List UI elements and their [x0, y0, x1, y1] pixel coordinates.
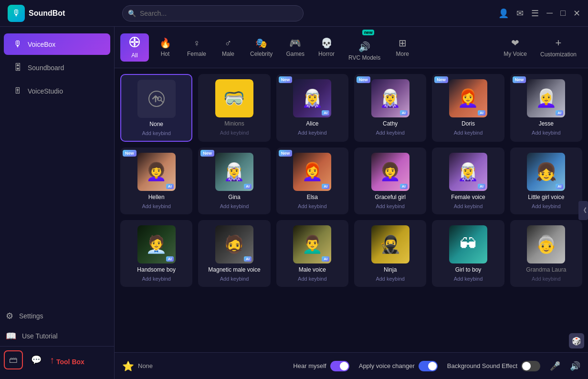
voice-keybind-littlegirl: Add keybind	[532, 203, 561, 209]
tab-more[interactable]: ⊞ More	[388, 34, 417, 60]
soundboard-icon: 🎛	[13, 63, 22, 73]
user-icon[interactable]: 👤	[498, 8, 509, 19]
jesse-emoji: 👩‍🦳	[536, 88, 557, 108]
cathy-emoji: 🧝‍♀️	[379, 88, 401, 108]
voice-card-handsome[interactable]: AI 🧑‍💼 Handsome boy Add keybind	[120, 220, 192, 287]
voice-avatar-minions: 🥽	[215, 79, 253, 117]
girtoboy-emoji: 🕶	[460, 234, 477, 254]
voice-card-male[interactable]: AI 👨‍🦱 Male voice Add keybind	[276, 220, 348, 287]
sidebar-item-voicebox-label: VoiceBox	[28, 41, 55, 48]
tab-games-label: Games	[286, 51, 304, 57]
voice-name-graceful: Graceful girl	[375, 194, 406, 200]
voice-avatar-doris: AI 👩‍🦰	[449, 79, 487, 117]
voice-card-littlegirl[interactable]: AI 👧 Little girl voice Add keybind	[510, 147, 582, 214]
voice-card-alice[interactable]: New AI 🧝‍♀️ Alice Add keybind	[276, 74, 348, 142]
sidebar-settings-label: Settings	[19, 312, 43, 320]
badge-new-cathy: New	[357, 76, 370, 83]
voice-name-elsa: Elsa	[307, 194, 318, 200]
voice-name-handsome: Handsome boy	[137, 266, 176, 273]
toolbox-button[interactable]: 🗃	[4, 350, 23, 369]
voice-name-hellen: Hellen	[148, 194, 165, 200]
tab-customization[interactable]: + Customization	[535, 34, 582, 61]
bg-sound-toggle[interactable]	[521, 361, 540, 371]
sidebar-item-tutorial[interactable]: 📖 Use Tutorial	[0, 326, 114, 346]
maximize-button[interactable]: □	[560, 8, 566, 18]
close-button[interactable]: ✕	[573, 8, 580, 19]
tab-games[interactable]: 🎮 Games	[280, 34, 310, 60]
handsome-emoji: 🧑‍💼	[146, 234, 167, 254]
tab-horror-label: Horror	[318, 51, 335, 57]
sidebar: 🎙 VoiceBox 🎛 Soundboard 🎚 VoiceStudio ⚙ …	[0, 27, 115, 379]
voice-name-minions: Minions	[224, 120, 244, 127]
tab-horror[interactable]: 💀 Horror	[312, 34, 341, 60]
littlegirl-emoji: 👧	[536, 162, 557, 182]
collapse-button[interactable]: 《	[578, 201, 588, 220]
tab-female-label: Female	[187, 51, 206, 57]
voice-card-jesse[interactable]: New AI 👩‍🦳 Jesse Add keybind	[510, 74, 582, 142]
tab-hot-label: Hot	[161, 51, 170, 57]
tab-celebrity[interactable]: 🎭 Celebrity	[244, 34, 278, 60]
voice-card-graceful[interactable]: AI 👩‍🦱 Graceful girl Add keybind	[354, 147, 426, 214]
voice-card-cathy[interactable]: New AI 🧝‍♀️ Cathy Add keybind	[354, 74, 426, 142]
tab-all[interactable]: All	[120, 33, 149, 62]
voice-star-icon: ⭐	[122, 360, 134, 372]
voice-card-ninja[interactable]: 🥷 Ninja Add keybind	[354, 220, 426, 287]
tab-all-label: All	[131, 52, 137, 59]
microphone-button[interactable]: 🎤	[550, 361, 560, 371]
voice-keybind-ninja: Add keybind	[376, 276, 405, 282]
voice-card-doris[interactable]: New AI 👩‍🦰 Doris Add keybind	[432, 74, 504, 142]
minimize-button[interactable]: ─	[546, 8, 553, 18]
voice-name-gina: Gina	[228, 194, 240, 200]
voice-name-alice: Alice	[306, 120, 318, 127]
search-input[interactable]	[122, 5, 304, 21]
voice-card-gina[interactable]: New AI 🧝‍♀️ Gina Add keybind	[198, 147, 270, 214]
bottom-controls: Hear myself Apply voice changer Backgrou…	[293, 361, 580, 371]
sidebar-item-voicestudio[interactable]: 🎚 VoiceStudio	[4, 80, 110, 102]
menu-icon[interactable]: ☰	[531, 8, 539, 19]
toolbox-label: Tool Box	[56, 358, 84, 366]
speaker-button[interactable]: 🔊	[570, 361, 580, 371]
voice-name-jesse: Jesse	[539, 120, 554, 127]
badge-new-elsa: New	[279, 150, 293, 157]
voice-card-none[interactable]: None Add keybind	[120, 74, 192, 142]
whatsapp-button[interactable]: 💬	[27, 350, 46, 369]
badge-ai-cathy: AI	[400, 110, 408, 116]
voice-avatar-grandma: 👵	[527, 225, 565, 263]
voice-card-girtoboy[interactable]: 🕶 Girl to boy Add keybind	[432, 220, 504, 287]
magnetic-emoji: 🧔	[223, 234, 245, 254]
voicebox-icon: 🎙	[13, 39, 22, 49]
toolbox-label-group: ↑ Tool Box	[50, 355, 84, 366]
voice-avatar-ninja: 🥷	[371, 225, 410, 263]
voice-card-female[interactable]: AI 🧝‍♀️ Female voice Add keybind	[432, 147, 504, 214]
tab-hot[interactable]: 🔥 Hot	[151, 34, 179, 60]
voice-avatar-gina: AI 🧝‍♀️	[215, 153, 253, 191]
tab-female[interactable]: ♀ Female	[181, 35, 212, 60]
apply-voice-toggle[interactable]	[419, 361, 438, 371]
voice-keybind-male: Add keybind	[298, 276, 327, 282]
badge-ai-elsa: AI	[322, 184, 329, 189]
voice-card-grandma[interactable]: 👵 Grandma Laura Add keybind	[510, 220, 582, 287]
voice-avatar-littlegirl: AI 👧	[527, 153, 565, 191]
voice-card-magnetic[interactable]: AI 🧔 Magnetic male voice Add keybind	[198, 220, 270, 287]
sidebar-item-soundboard[interactable]: 🎛 Soundboard	[4, 57, 110, 78]
sidebar-item-settings[interactable]: ⚙ Settings	[0, 306, 114, 326]
voice-grid: None Add keybind 🥽 Minions Add keybind N…	[115, 68, 588, 352]
tab-rvc[interactable]: new 🔊 RVC Models	[343, 31, 386, 64]
tab-more-label: More	[396, 51, 409, 57]
sidebar-item-voicebox[interactable]: 🎙 VoiceBox	[4, 33, 110, 55]
tab-male-icon: ♂	[225, 38, 232, 49]
mail-icon[interactable]: ✉	[516, 8, 524, 19]
voice-card-hellen[interactable]: New AI 👩‍🦱 Hellen Add keybind	[120, 147, 192, 214]
voice-card-elsa[interactable]: New AI 👩‍🦰 Elsa Add keybind	[276, 147, 348, 214]
voice-keybind-doris: Add keybind	[454, 130, 483, 136]
sidebar-item-soundboard-label: Soundboard	[28, 64, 64, 72]
voice-avatar-girtoboy: 🕶	[449, 225, 487, 263]
ninja-emoji: 🥷	[379, 234, 401, 254]
voice-card-minions[interactable]: 🥽 Minions Add keybind	[198, 74, 270, 142]
dice-button[interactable]: 🎲	[569, 333, 584, 348]
hear-myself-toggle[interactable]	[330, 361, 349, 371]
tab-myvoice-icon: ❤	[511, 37, 519, 49]
badge-new-alice: New	[279, 76, 293, 83]
tab-myvoice[interactable]: ❤ My Voice	[498, 34, 533, 60]
tab-male[interactable]: ♂ Male	[214, 35, 242, 60]
